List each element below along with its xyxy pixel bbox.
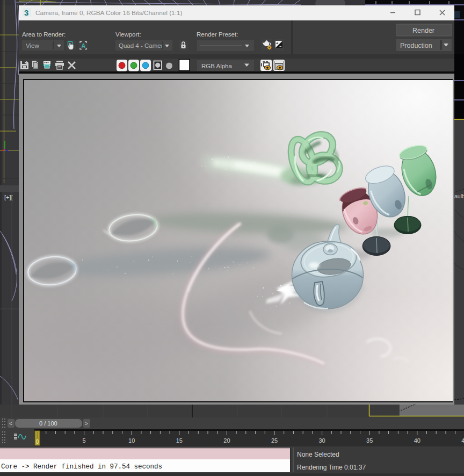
- svg-text:View: View: [26, 42, 39, 49]
- svg-text:25: 25: [271, 437, 278, 444]
- svg-text:0 / 100: 0 / 100: [39, 420, 57, 427]
- svg-text:A: A: [82, 42, 86, 49]
- svg-text:Render: Render: [412, 27, 434, 34]
- svg-text:Production: Production: [400, 42, 432, 49]
- svg-text:30: 30: [318, 437, 325, 444]
- svg-text:>: >: [85, 421, 88, 427]
- svg-text:−: −: [279, 45, 281, 48]
- svg-text:Render Preset:: Render Preset:: [197, 31, 238, 38]
- svg-text:35: 35: [366, 437, 373, 444]
- svg-text:Rendering Time 0:01:37: Rendering Time 0:01:37: [297, 464, 366, 471]
- svg-text:0: 0: [36, 439, 39, 445]
- svg-text:3: 3: [24, 8, 28, 17]
- svg-text:45: 45: [461, 437, 464, 444]
- svg-text:Area to Render:: Area to Render:: [22, 31, 66, 38]
- svg-text:Camera, frame 0, RGBA Color 16: Camera, frame 0, RGBA Color 16 Bits/Chan…: [35, 9, 182, 17]
- svg-text:Viewport:: Viewport:: [115, 31, 141, 38]
- svg-text:<: <: [9, 421, 12, 427]
- svg-text:40: 40: [414, 437, 421, 444]
- svg-text:15: 15: [176, 437, 183, 444]
- svg-text:5: 5: [83, 437, 86, 444]
- svg-text:20: 20: [223, 437, 230, 444]
- svg-text:+: +: [276, 41, 278, 45]
- svg-text:Quad 4 - Camera: Quad 4 - Camera: [119, 42, 166, 49]
- svg-text:[+][: [+][: [4, 194, 13, 200]
- svg-text:None Selected: None Selected: [297, 451, 339, 458]
- svg-text:Core -> Render finished in 97.: Core -> Render finished in 97.54 seconds: [1, 463, 162, 471]
- svg-text:RGB Alpha: RGB Alpha: [201, 63, 232, 69]
- svg-text:aulb: aulb: [454, 193, 464, 199]
- svg-text:10: 10: [128, 437, 135, 444]
